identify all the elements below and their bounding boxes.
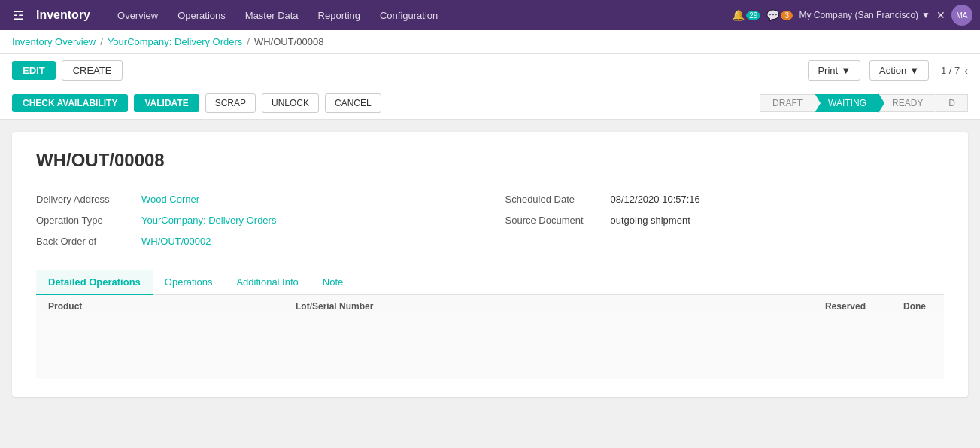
th-reserved: Reserved <box>790 301 866 312</box>
scheduled-date-value: 08/12/2020 10:57:16 <box>611 194 700 205</box>
action-label: Action <box>879 65 906 76</box>
form-title: WH/OUT/00008 <box>36 150 944 171</box>
source-document-label: Source Document <box>505 215 611 226</box>
tab-detailed-operations[interactable]: Detailed Operations <box>36 270 153 295</box>
tab-additional-info[interactable]: Additional Info <box>224 270 310 295</box>
action-chevron-icon: ▼ <box>909 65 919 76</box>
breadcrumb-delivery-orders[interactable]: YourCompany: Delivery Orders <box>108 36 242 47</box>
check-availability-button[interactable]: CHECK AVAILABILITY <box>12 94 128 112</box>
company-selector[interactable]: My Company (San Francisco) ▼ <box>799 10 930 20</box>
pager: 1 / 7 ‹ <box>941 65 968 77</box>
navbar-right: 🔔 29 💬 3 My Company (San Francisco) ▼ ✕ … <box>732 5 972 26</box>
breadcrumb: Inventory Overview / YourCompany: Delive… <box>0 30 980 54</box>
chat-icon: 💬 <box>766 9 779 21</box>
unlock-button[interactable]: UNLOCK <box>262 93 319 113</box>
close-icon-btn[interactable]: ✕ <box>936 9 945 21</box>
company-name: My Company (San Francisco) <box>799 10 918 20</box>
scheduled-date-label: Scheduled Date <box>505 194 611 205</box>
action-bar: EDIT CREATE Print ▼ Action ▼ 1 / 7 ‹ <box>0 54 980 87</box>
create-button[interactable]: CREATE <box>62 60 123 81</box>
delivery-address-label: Delivery Address <box>36 194 141 205</box>
message-badge: 3 <box>781 11 793 20</box>
nav-reporting[interactable]: Reporting <box>309 0 369 30</box>
th-done: Done <box>866 301 926 312</box>
navbar: ☲ Inventory Overview Operations Master D… <box>0 0 980 30</box>
app-brand: Inventory <box>36 8 90 22</box>
notification-bell[interactable]: 🔔 29 <box>732 9 760 21</box>
print-label: Print <box>818 65 838 76</box>
edit-button[interactable]: EDIT <box>12 61 56 80</box>
breadcrumb-inventory-overview[interactable]: Inventory Overview <box>12 36 96 47</box>
tab-operations[interactable]: Operations <box>153 270 225 295</box>
source-document-value: outgoing shipment <box>611 215 690 226</box>
source-doc-row: Source Document outgoing shipment <box>505 210 945 231</box>
company-chevron-icon: ▼ <box>921 10 930 20</box>
validate-button[interactable]: VALIDATE <box>134 94 199 112</box>
nav-overview[interactable]: Overview <box>108 0 167 30</box>
message-icon-btn[interactable]: 💬 3 <box>766 9 793 21</box>
cancel-button[interactable]: CANCEL <box>325 93 381 113</box>
notification-badge: 29 <box>746 11 760 20</box>
status-ready: READY <box>879 94 936 112</box>
bell-icon: 🔔 <box>732 9 745 21</box>
scrap-button[interactable]: SCRAP <box>205 93 256 113</box>
operation-type-value[interactable]: YourCompany: Delivery Orders <box>141 215 276 226</box>
pager-prev-icon[interactable]: ‹ <box>964 65 968 77</box>
scheduled-date-row: Scheduled Date 08/12/2020 10:57:16 <box>505 189 945 210</box>
th-lot-serial: Lot/Serial Number <box>296 301 790 312</box>
th-product: Product <box>48 301 296 312</box>
grid-menu-icon[interactable]: ☲ <box>8 5 29 26</box>
breadcrumb-sep-2: / <box>247 36 250 47</box>
form-card: WH/OUT/00008 Delivery Address Wood Corne… <box>12 132 968 397</box>
print-chevron-icon: ▼ <box>841 65 851 76</box>
back-order-row: Back Order of WH/OUT/00002 <box>36 231 475 252</box>
operation-type-row: Operation Type YourCompany: Delivery Ord… <box>36 210 475 231</box>
action-button[interactable]: Action ▼ <box>869 60 929 81</box>
table-body <box>36 318 944 379</box>
tab-note[interactable]: Note <box>311 270 355 295</box>
avatar-initials: MA <box>957 11 968 20</box>
pager-text: 1 / 7 <box>941 65 960 76</box>
nav-operations[interactable]: Operations <box>168 0 235 30</box>
avatar[interactable]: MA <box>951 5 972 26</box>
main-content: WH/OUT/00008 Delivery Address Wood Corne… <box>0 120 980 409</box>
status-draft: DRAFT <box>760 94 815 112</box>
status-steps: DRAFT WAITING READY D <box>760 94 968 112</box>
navbar-menu: Overview Operations Master Data Reportin… <box>108 0 729 30</box>
print-button[interactable]: Print ▼ <box>808 60 860 81</box>
form-fields: Delivery Address Wood Corner Operation T… <box>36 189 944 252</box>
back-order-value[interactable]: WH/OUT/00002 <box>141 236 211 247</box>
table-header: Product Lot/Serial Number Reserved Done <box>36 295 944 318</box>
delivery-address-value[interactable]: Wood Corner <box>141 194 199 205</box>
breadcrumb-current: WH/OUT/00008 <box>254 36 323 47</box>
status-waiting: WAITING <box>815 94 879 112</box>
operation-type-label: Operation Type <box>36 215 141 226</box>
tabs: Detailed Operations Operations Additiona… <box>36 270 944 295</box>
back-order-label: Back Order of <box>36 236 141 247</box>
nav-configuration[interactable]: Configuration <box>371 0 447 30</box>
delivery-address-row: Delivery Address Wood Corner <box>36 189 475 210</box>
status-bar: CHECK AVAILABILITY VALIDATE SCRAP UNLOCK… <box>0 87 980 120</box>
breadcrumb-sep-1: / <box>100 36 103 47</box>
nav-master-data[interactable]: Master Data <box>236 0 308 30</box>
